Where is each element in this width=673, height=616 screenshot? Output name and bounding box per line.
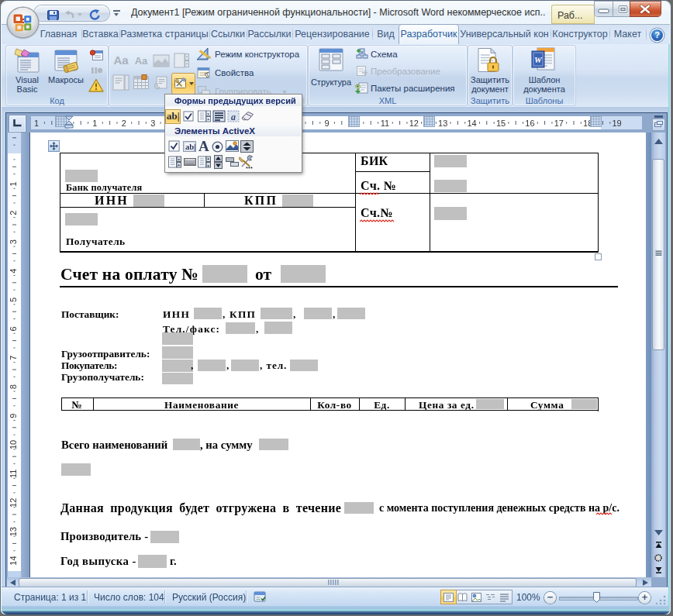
svg-text:a: a [231, 112, 236, 122]
svg-text:ab|: ab| [185, 143, 195, 151]
svg-text:W: W [534, 55, 543, 64]
